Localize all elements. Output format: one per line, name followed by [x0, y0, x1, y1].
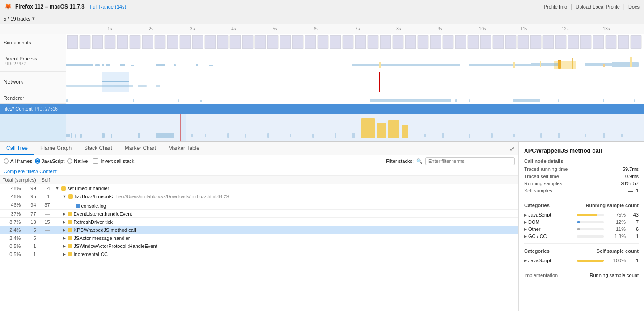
svg-rect-33 [480, 35, 491, 49]
svg-rect-76 [156, 85, 160, 87]
table-row[interactable]: 0.5%1—▶Incremental CC [0, 250, 518, 258]
detail-title: XPCWrappedJS method call [524, 147, 639, 154]
svg-rect-12 [217, 35, 228, 49]
expand-triangle[interactable]: ▼ [63, 194, 67, 199]
svg-rect-72 [379, 72, 380, 92]
javascript-option[interactable]: JavaScript [35, 158, 64, 164]
svg-rect-96 [361, 118, 375, 138]
tab-flame-graph[interactable]: Flame Graph [34, 142, 78, 155]
cat-bar-bg [577, 235, 604, 238]
svg-rect-23 [355, 35, 366, 49]
cat-expand[interactable]: ▶ [524, 234, 527, 239]
profile-header: file:// Content PID: 27516 [0, 104, 644, 114]
category-dot [61, 186, 66, 191]
svg-rect-60 [379, 62, 381, 68]
table-row[interactable]: 2.4%5—▶JSActor message handler [0, 234, 518, 242]
function-name: console.log [81, 203, 106, 209]
tab-marker-chart[interactable]: Marker Chart [119, 142, 162, 155]
self-samples-row: Self samples — 1 [524, 187, 639, 194]
filter-input[interactable] [425, 157, 515, 165]
svg-rect-89 [71, 133, 72, 138]
svg-rect-78 [133, 99, 134, 102]
track-canvas-parent[interactable] [66, 51, 644, 72]
svg-rect-100 [191, 134, 193, 137]
cat-expand[interactable]: ▶ [524, 227, 527, 231]
track-parent: Parent Process PID: 27472 [0, 51, 644, 72]
svg-rect-113 [513, 134, 515, 137]
cat-name-label: GC / CC [528, 234, 547, 239]
svg-rect-107 [335, 133, 336, 138]
table-row[interactable]: 8.7%1815▶RefreshDriver tick [0, 218, 518, 226]
table-row[interactable]: 48%994▼setTimeout handler [0, 184, 518, 192]
profile-info-button[interactable]: Profile Info [544, 4, 568, 9]
breadcrumb[interactable]: Complete "file:// Content" [0, 167, 518, 176]
expand-triangle[interactable]: ▶ [63, 252, 66, 256]
svg-rect-99 [402, 125, 408, 138]
svg-rect-90 [75, 134, 76, 138]
tab-marker-table[interactable]: Marker Table [162, 142, 206, 155]
svg-rect-105 [290, 134, 291, 137]
divider1 [524, 198, 639, 198]
category-row[interactable]: ▶GC / CC1.8%1 [524, 233, 639, 240]
svg-rect-42 [593, 35, 604, 49]
browser-icon: 🦊 [4, 3, 12, 10]
category-row[interactable]: ▶DOM12%7 [524, 218, 639, 226]
svg-rect-1 [80, 35, 90, 49]
traced-running-time-value: 59.7ms [623, 166, 639, 172]
svg-rect-28 [418, 35, 428, 49]
category-row[interactable]: ▶JavaScript75%43 [524, 211, 639, 218]
table-row[interactable]: 46%9437console.log [0, 200, 518, 210]
function-name: JSWindowActorProtocol::HandleEvent [74, 243, 157, 249]
expand-icon[interactable]: ⤢ [506, 145, 518, 152]
table-row[interactable]: 0.5%1—▶JSWindowActorProtocol::HandleEven… [0, 242, 518, 250]
svg-rect-35 [505, 35, 516, 49]
cat-bar-bg [577, 228, 604, 230]
expand-triangle[interactable]: ▼ [55, 186, 59, 191]
svg-rect-63 [513, 62, 515, 68]
self-samples-label: Self samples [524, 188, 552, 193]
content-track-canvas[interactable] [66, 114, 644, 141]
svg-rect-106 [312, 134, 314, 138]
svg-rect-118 [621, 134, 623, 137]
svg-rect-38 [543, 35, 554, 49]
track-canvas-screenshots[interactable] [66, 34, 644, 51]
running-samples-value: 28% 57 [621, 181, 639, 186]
expand-triangle[interactable]: ▶ [63, 228, 66, 232]
track-canvas-network[interactable] [66, 72, 644, 92]
range-badge[interactable]: Full Range (14s) [90, 4, 126, 9]
cat-expand[interactable]: ▶ [524, 220, 527, 224]
cat-expand[interactable]: ▶ [524, 259, 527, 263]
category-row[interactable]: ▶JavaScript100%1 [524, 257, 639, 264]
time-tick-6s: 6s [314, 26, 319, 31]
cat-bar [577, 214, 597, 216]
table-row[interactable]: 37%77—▶EventListener.handleEvent [0, 210, 518, 218]
svg-rect-93 [111, 134, 112, 138]
self-samples-value: — 1 [628, 188, 639, 193]
upload-profile-button[interactable]: Upload Local Profile [576, 4, 619, 9]
track-canvas-renderer[interactable] [66, 92, 644, 104]
native-option[interactable]: Native [67, 158, 88, 164]
expand-triangle[interactable]: ▶ [63, 244, 66, 248]
expand-triangle[interactable]: ▶ [63, 220, 66, 224]
tracks-chevron[interactable]: ▾ [32, 16, 35, 21]
expand-triangle[interactable]: ▶ [63, 236, 66, 240]
content-track-row [0, 114, 644, 141]
cat-expand[interactable]: ▶ [524, 213, 527, 217]
header-total: Total (samples) [0, 176, 39, 184]
invert-callstack-option[interactable]: Invert call stack [93, 158, 134, 164]
category-dot [68, 194, 73, 199]
table-row[interactable]: 2.4%5—▶XPCWrappedJS method call [0, 226, 518, 234]
svg-rect-117 [603, 133, 605, 138]
network-svg [66, 72, 644, 92]
implementation-row: Implementation Running sample count [524, 272, 639, 279]
docs-button[interactable]: Docs [628, 4, 640, 9]
cat-name-label: Other [528, 226, 541, 232]
tab-stack-chart[interactable]: Stack Chart [78, 142, 119, 155]
tab-call-tree[interactable]: Call Tree [0, 142, 34, 155]
svg-rect-79 [178, 99, 179, 102]
svg-rect-49 [106, 64, 110, 66]
expand-triangle[interactable]: ▶ [63, 212, 66, 216]
table-row[interactable]: 46%951▼fizzBuzz/timeout<file:///Users/ni… [0, 192, 518, 200]
category-row[interactable]: ▶Other11%6 [524, 226, 639, 233]
all-frames-option[interactable]: All frames [4, 158, 32, 164]
